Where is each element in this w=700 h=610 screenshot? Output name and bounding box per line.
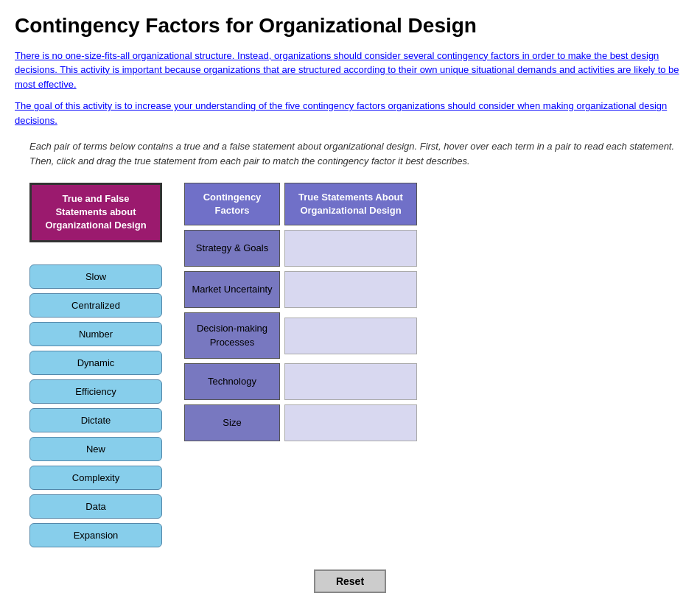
col-header-true: True Statements About Organizational Des…: [284, 183, 417, 225]
drag-item[interactable]: Dictate: [29, 408, 162, 432]
draggable-items-list: SlowCentralizedNumberDynamicEfficiencyDi…: [29, 264, 162, 547]
table-row: Size: [184, 404, 464, 441]
table-row: Decision-making Processes: [184, 312, 464, 358]
drop-zone[interactable]: [284, 318, 417, 354]
factor-cell: Decision-making Processes: [184, 312, 280, 358]
drag-item[interactable]: Efficiency: [29, 379, 162, 404]
table-row: Strategy & Goals: [184, 230, 464, 267]
factor-cell: Market Uncertainty: [184, 271, 280, 308]
drag-item[interactable]: Data: [29, 494, 162, 519]
right-panel: Contingency Factors True Statements Abou…: [184, 183, 464, 441]
drop-zone[interactable]: [284, 230, 417, 267]
drop-zone[interactable]: [284, 363, 417, 400]
activity-area: True and False Statements about Organiza…: [22, 183, 685, 547]
table-row: Market Uncertainty: [184, 271, 464, 308]
instructions-text: Each pair of terms below contains a true…: [29, 139, 685, 168]
table-rows: Strategy & GoalsMarket UncertaintyDecisi…: [184, 230, 464, 441]
intro-paragraph-2: The goal of this activity is to increase…: [15, 99, 685, 127]
table-row: Technology: [184, 363, 464, 400]
drag-item[interactable]: Expansion: [29, 523, 162, 547]
col-header-contingency: Contingency Factors: [184, 183, 280, 225]
left-panel: True and False Statements about Organiza…: [22, 183, 169, 547]
page-title: Contingency Factors for Organizational D…: [15, 13, 685, 38]
drag-item[interactable]: Dynamic: [29, 351, 162, 375]
drop-zone[interactable]: [284, 404, 417, 441]
true-false-header: True and False Statements about Organiza…: [29, 183, 162, 242]
intro-paragraph-1: There is no one-size-fits-all organizati…: [15, 49, 685, 92]
drag-item[interactable]: Centralized: [29, 293, 162, 318]
drag-item[interactable]: Number: [29, 322, 162, 346]
factor-cell: Technology: [184, 363, 280, 400]
factor-cell: Strategy & Goals: [184, 230, 280, 267]
drag-item[interactable]: Complexity: [29, 466, 162, 490]
drag-item[interactable]: Slow: [29, 264, 162, 289]
drag-item[interactable]: New: [29, 437, 162, 461]
table-header-row: Contingency Factors True Statements Abou…: [184, 183, 464, 225]
reset-button[interactable]: Reset: [314, 569, 386, 593]
drop-zone[interactable]: [284, 271, 417, 308]
factor-cell: Size: [184, 404, 280, 441]
reset-area: Reset: [15, 569, 685, 593]
